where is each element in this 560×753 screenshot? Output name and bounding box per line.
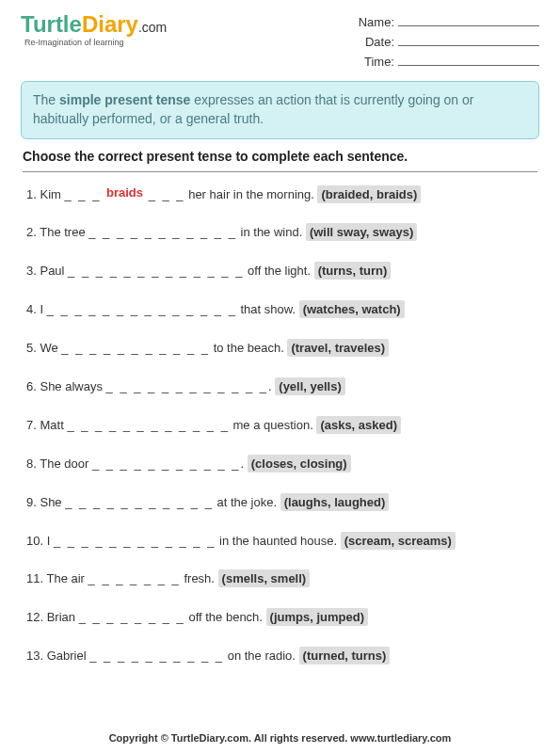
question-post: off the bench. (185, 610, 266, 624)
question-blank[interactable]: _ _ _ _ _ _ _ _ _ _ _ _ _ _ (47, 302, 237, 316)
question-options: (turns, turn) (314, 262, 392, 280)
question-item: 8. The door _ _ _ _ _ _ _ _ _ _ _. (clos… (26, 457, 534, 473)
question-number: 13. (26, 649, 43, 663)
question-blank[interactable]: _ _ _ _ _ _ _ _ _ _ _ (88, 225, 237, 239)
date-input-line[interactable] (398, 35, 539, 46)
question-blank[interactable]: _ _ _ _ _ _ _ _ _ _ _ _ (67, 418, 230, 432)
question-number: 10. (26, 534, 43, 548)
def-bold: simple present tense (59, 92, 190, 107)
question-blank[interactable]: _ _ _ _ _ _ _ _ _ _ (89, 649, 224, 663)
time-label: Time: (364, 55, 394, 69)
question-number: 5. (26, 341, 37, 355)
question-blank[interactable]: _ _ _ (143, 187, 185, 201)
question-options: (scream, screams) (341, 532, 456, 550)
logo: TurtleDiary.com Re-Imagination of learni… (21, 13, 167, 47)
date-field: Date: (359, 33, 539, 53)
question-options: (laughs, laughed) (280, 493, 390, 511)
question-post: to the beach. (210, 341, 287, 355)
question-number: 2. (26, 225, 37, 239)
question-pre: I (47, 534, 54, 548)
question-number: 12. (26, 610, 43, 624)
question-number: 7. (26, 418, 37, 432)
question-post: on the radio. (224, 649, 299, 663)
question-pre: She (40, 495, 65, 509)
question-pre: The tree (40, 225, 88, 239)
question-post: at the joke. (214, 495, 280, 509)
question-item: 5. We _ _ _ _ _ _ _ _ _ _ _ to the beach… (26, 341, 534, 357)
question-pre: The air (46, 571, 88, 585)
question-blank[interactable]: _ _ _ _ _ _ _ (88, 571, 181, 585)
question-options: (jumps, jumped) (266, 608, 368, 626)
name-field: Name: (359, 13, 539, 33)
question-post: me a question. (230, 418, 317, 432)
question-item: 11. The air _ _ _ _ _ _ _ fresh. (smells… (26, 571, 534, 587)
question-options: (closes, closing) (248, 455, 351, 473)
question-blank[interactable]: _ _ _ _ _ _ _ _ _ _ _ (65, 495, 214, 509)
question-blank[interactable]: _ _ _ _ _ _ _ _ (79, 610, 185, 624)
question-post: . (241, 457, 248, 471)
question-pre: Paul (40, 264, 68, 278)
question-number: 6. (26, 379, 37, 393)
question-pre: Gabriel (47, 649, 90, 663)
question-item: 3. Paul _ _ _ _ _ _ _ _ _ _ _ _ _ off th… (26, 264, 534, 280)
question-number: 9. (26, 495, 37, 509)
question-options: (turned, turns) (299, 647, 391, 665)
question-pre: Brian (47, 610, 79, 624)
question-item: 4. I _ _ _ _ _ _ _ _ _ _ _ _ _ _ that sh… (26, 302, 534, 318)
header-row: TurtleDiary.com Re-Imagination of learni… (21, 13, 539, 72)
question-item: 13. Gabriel _ _ _ _ _ _ _ _ _ _ on the r… (26, 649, 534, 665)
question-item: 12. Brian _ _ _ _ _ _ _ _ off the bench.… (26, 610, 534, 626)
question-post: in the haunted house. (216, 534, 340, 548)
question-number: 1. (26, 187, 37, 201)
name-input-line[interactable] (398, 15, 539, 26)
question-pre: Matt (40, 418, 67, 432)
question-post: fresh. (181, 571, 218, 585)
question-list: 1. Kim _ _ _ braids _ _ _ her hair in th… (21, 187, 539, 665)
logo-tagline: Re-Imagination of learning (24, 38, 167, 47)
question-blank[interactable]: _ _ _ _ _ _ _ _ _ _ _ _ _ (68, 264, 244, 278)
question-item: 10. I _ _ _ _ _ _ _ _ _ _ _ _ in the hau… (26, 534, 534, 550)
question-number: 4. (26, 302, 37, 316)
question-blank[interactable]: _ _ _ (64, 187, 106, 201)
question-item: 6. She always _ _ _ _ _ _ _ _ _ _ _ _. (… (26, 379, 534, 395)
question-pre: We (40, 341, 61, 355)
question-post: her hair in the morning. (185, 187, 318, 201)
time-input-line[interactable] (398, 55, 539, 66)
question-post: that show. (237, 302, 299, 316)
time-field: Time: (359, 53, 539, 72)
question-item: 1. Kim _ _ _ braids _ _ _ her hair in th… (26, 187, 534, 203)
question-options: (braided, braids) (317, 185, 421, 203)
question-item: 7. Matt _ _ _ _ _ _ _ _ _ _ _ _ me a que… (26, 418, 534, 434)
question-options: (yell, yells) (275, 377, 344, 395)
logo-brand1: Turtle (21, 11, 82, 37)
logo-text: TurtleDiary.com (21, 13, 167, 36)
question-blank[interactable]: _ _ _ _ _ _ _ _ _ _ _ (92, 457, 241, 471)
question-post: in the wind. (237, 225, 306, 239)
logo-suffix: .com (138, 20, 167, 35)
question-number: 11. (26, 571, 43, 585)
question-item: 9. She _ _ _ _ _ _ _ _ _ _ _ at the joke… (26, 495, 534, 511)
question-blank[interactable]: _ _ _ _ _ _ _ _ _ _ _ _ (106, 379, 269, 393)
question-options: (will sway, sways) (306, 223, 417, 241)
instruction: Choose the correct present tense to comp… (23, 149, 537, 172)
question-pre: The door (40, 457, 92, 471)
question-number: 3. (26, 264, 37, 278)
definition-box: The simple present tense expresses an ac… (21, 81, 539, 138)
question-options: (travel, traveles) (287, 339, 389, 357)
question-pre: I (40, 302, 46, 316)
logo-brand2: Diary (82, 11, 138, 37)
question-blank[interactable]: _ _ _ _ _ _ _ _ _ _ _ _ (54, 534, 216, 548)
footer: Copyright © TurtleDiary.com. All rights … (0, 732, 560, 744)
question-item: 2. The tree _ _ _ _ _ _ _ _ _ _ _ in the… (26, 225, 534, 241)
question-options: (smells, smell) (218, 569, 311, 587)
name-label: Name: (359, 15, 394, 29)
question-blank[interactable]: _ _ _ _ _ _ _ _ _ _ _ (61, 341, 210, 355)
date-label: Date: (365, 35, 394, 49)
question-options: (watches, watch) (299, 300, 405, 318)
question-number: 8. (26, 457, 37, 471)
question-options: (asks, asked) (316, 416, 401, 434)
question-pre: She always (40, 379, 105, 393)
question-post: off the light. (244, 264, 313, 278)
question-answer: braids (106, 185, 143, 200)
info-fields: Name: Date: Time: (359, 13, 539, 72)
